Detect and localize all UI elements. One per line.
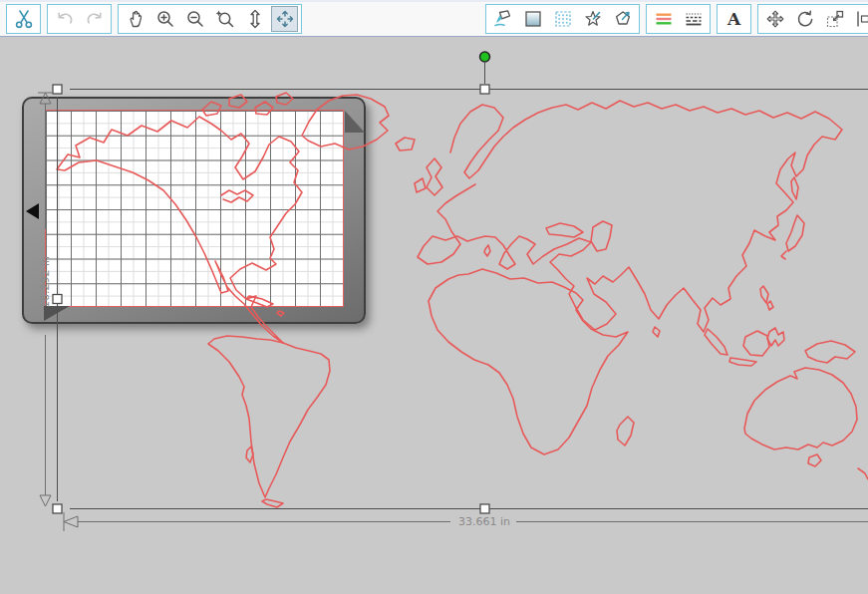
- zoom-in-button[interactable]: [151, 6, 178, 32]
- design-canvas-window: A: [0, 0, 868, 594]
- fit-to-window-button[interactable]: [271, 6, 298, 32]
- shape-effects-button[interactable]: [609, 6, 636, 32]
- text-tools-group: A: [717, 4, 751, 34]
- zoom-in-icon: [153, 7, 177, 31]
- selection-overlay: [0, 0, 868, 594]
- drag-zoom-icon: [243, 7, 267, 31]
- view-tools-group: [118, 4, 302, 34]
- scale-icon: [823, 7, 847, 31]
- cut-group: [6, 4, 41, 34]
- transform-tools-group: [757, 4, 868, 34]
- rotate-handle[interactable]: [480, 52, 490, 62]
- transform-move-button[interactable]: [761, 6, 788, 32]
- zoom-selection-icon: [213, 7, 237, 31]
- drag-zoom-button[interactable]: [241, 6, 268, 32]
- resize-handle-bottom-center[interactable]: [480, 504, 489, 513]
- line-color-icon: [652, 7, 676, 31]
- redo-icon: [83, 7, 107, 31]
- align-distribute-icon: [853, 7, 868, 31]
- fill-color-icon: [491, 7, 515, 31]
- scissors-cut-icon: [12, 7, 36, 31]
- sketch-button[interactable]: [579, 6, 606, 32]
- width-dimension-label: 33.661 in: [453, 515, 515, 528]
- resize-handle-bottom-left[interactable]: [53, 504, 62, 513]
- pan-hand-icon: [124, 7, 147, 31]
- text-style-button[interactable]: A: [721, 6, 747, 32]
- height-dimension-arrow-down: [40, 495, 51, 506]
- zoom-selection-button[interactable]: [211, 6, 238, 32]
- fill-tools-group: [485, 4, 640, 34]
- toolbar-right: A: [485, 4, 868, 34]
- rotate-button[interactable]: [791, 6, 818, 32]
- line-tools-group: [646, 4, 711, 34]
- line-style-icon: [682, 7, 706, 31]
- pattern-fill-button[interactable]: [549, 6, 576, 32]
- undo-button[interactable]: [51, 6, 78, 32]
- pan-tool-button[interactable]: [122, 6, 148, 32]
- gradient-fill-icon: [521, 7, 545, 31]
- undo-icon: [53, 7, 77, 31]
- zoom-out-button[interactable]: [181, 6, 208, 32]
- height-dimension-arrow-up: [38, 93, 53, 104]
- redo-button[interactable]: [81, 6, 108, 32]
- resize-handle-middle-left[interactable]: [53, 295, 62, 304]
- sketch-star-icon: [581, 7, 605, 31]
- undo-redo-group: [47, 4, 112, 34]
- fit-to-window-icon: [273, 7, 297, 31]
- scale-button[interactable]: [821, 6, 848, 32]
- pattern-fill-icon: [551, 7, 575, 31]
- text-style-icon: A: [727, 11, 740, 28]
- line-color-button[interactable]: [650, 6, 677, 32]
- width-dimension-arrow-left: [64, 512, 78, 531]
- align-distribute-button[interactable]: [851, 6, 868, 32]
- transform-move-icon: [763, 7, 787, 31]
- zoom-out-icon: [183, 7, 207, 31]
- resize-handle-top-center[interactable]: [480, 85, 489, 94]
- shape-effect-pentagon-icon: [611, 7, 635, 31]
- fill-color-button[interactable]: [489, 6, 516, 32]
- rotate-icon: [793, 7, 817, 31]
- line-style-button[interactable]: [680, 6, 707, 32]
- height-dimension-label: 16.292 in: [39, 256, 52, 308]
- top-toolbar: A: [0, 0, 868, 37]
- toolbar-left: [6, 4, 302, 34]
- cut-button[interactable]: [10, 6, 37, 32]
- gradient-fill-button[interactable]: [519, 6, 546, 32]
- resize-handle-top-left[interactable]: [53, 85, 62, 94]
